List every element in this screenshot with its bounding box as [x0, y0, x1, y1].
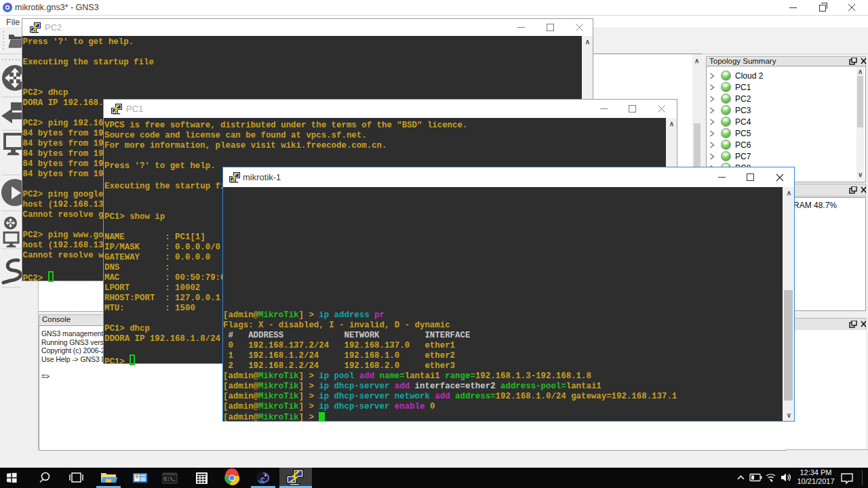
svg-text:C:\_: C:\_ — [164, 476, 176, 482]
